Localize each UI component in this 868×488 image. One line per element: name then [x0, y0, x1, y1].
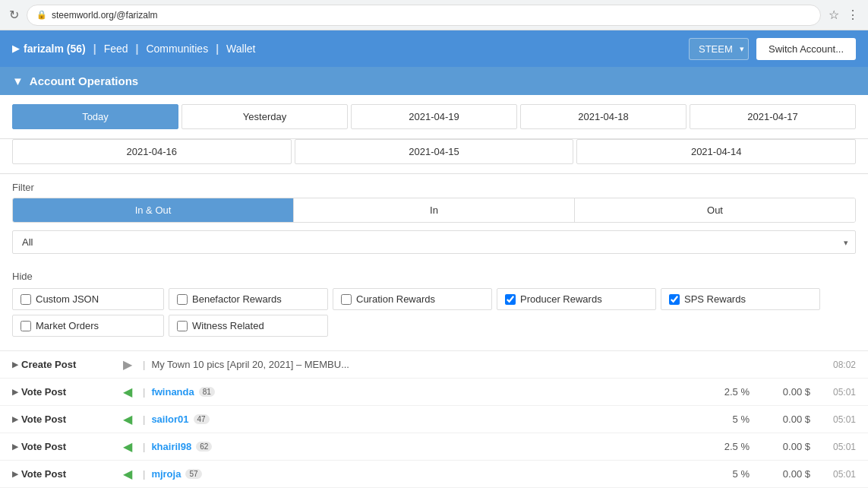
op-sep: |	[143, 441, 145, 452]
nav-right: STEEM Switch Account...	[689, 38, 856, 60]
date-btn-today[interactable]: Today	[12, 104, 178, 129]
browser-actions: ☆ ⋮	[829, 8, 859, 22]
date-btn-yesterday[interactable]: Yesterday	[181, 104, 348, 129]
op-time: 08:02	[810, 360, 856, 370]
op-sep: |	[143, 468, 145, 480]
date-btn-0415[interactable]: 2021-04-15	[295, 139, 574, 164]
date-btn-0416[interactable]: 2021-04-16	[12, 139, 292, 164]
hide-custom-json-checkbox[interactable]	[21, 294, 31, 305]
all-dropdown-wrapper: All	[12, 230, 856, 254]
op-expand-icon[interactable]: ▶	[12, 415, 18, 423]
filter-tab-inout[interactable]: In & Out	[13, 198, 294, 222]
op-expand-icon[interactable]: ▶	[12, 442, 18, 451]
section-title: Account Operations	[30, 74, 138, 87]
filter-tab-in[interactable]: In	[294, 198, 575, 222]
op-direction-icon: ▶	[118, 357, 137, 372]
section-header[interactable]: ▼ Account Operations	[0, 67, 868, 95]
op-direction-icon: ◀	[118, 412, 137, 426]
hide-benefactor-rewards[interactable]: Benefactor Rewards	[169, 288, 328, 310]
op-sep: |	[143, 359, 145, 370]
hide-market-orders-label: Market Orders	[36, 320, 99, 331]
op-user-badge: 81	[199, 387, 215, 397]
hide-witness-related-checkbox[interactable]	[177, 321, 188, 331]
refresh-icon[interactable]: ↻	[9, 8, 19, 22]
op-expand-icon[interactable]: ▶	[12, 360, 18, 369]
hide-checkboxes-row2: Market Orders Witness Related	[12, 315, 856, 337]
op-amount: 0.00 $	[750, 441, 810, 452]
hide-sps-rewards-label: SPS Rewards	[684, 293, 746, 305]
op-type-label: Vote Post	[21, 414, 66, 425]
hide-market-orders[interactable]: Market Orders	[12, 315, 164, 337]
op-user-link[interactable]: mjroja	[151, 468, 181, 480]
nav-sep-2: |	[136, 43, 139, 55]
play-icon[interactable]: ▶	[12, 43, 19, 54]
hide-sps-rewards-checkbox[interactable]	[669, 294, 680, 305]
hide-curation-rewards-checkbox[interactable]	[341, 294, 352, 305]
url-text: steemworld.org/@farizalm	[52, 10, 158, 21]
hide-market-orders-checkbox[interactable]	[21, 321, 31, 331]
op-user-badge: 62	[196, 442, 212, 452]
hide-benefactor-rewards-checkbox[interactable]	[177, 294, 188, 305]
op-amount: 0.00 $	[750, 414, 810, 425]
op-row-vote-3: ▶ Vote Post ◀ | khairil98 62 2.5 % 0.00 …	[0, 433, 868, 461]
bookmark-icon[interactable]: ☆	[829, 8, 839, 22]
date-btn-0418[interactable]: 2021-04-18	[520, 104, 687, 129]
main-content: ▼ Account Operations Today Yesterday 202…	[0, 67, 868, 488]
top-nav: ▶ farizalm (56) | Feed | Communities | W…	[0, 30, 868, 67]
nav-sep-1: |	[93, 43, 96, 55]
op-type-label: Create Post	[21, 359, 76, 370]
op-user-link[interactable]: khairil98	[151, 441, 191, 452]
op-row-create-post: ▶ Create Post ▶ | My Town 10 pics [April…	[0, 351, 868, 379]
hide-custom-json[interactable]: Custom JSON	[12, 288, 164, 310]
op-time: 05:01	[810, 414, 856, 425]
hide-witness-related-label: Witness Related	[192, 320, 264, 331]
op-user-link[interactable]: fwinanda	[151, 386, 194, 398]
op-user-badge: 57	[185, 469, 201, 479]
steem-select-wrapper: STEEM	[689, 38, 749, 60]
date-btn-0414[interactable]: 2021-04-14	[576, 139, 856, 164]
op-direction-icon: ◀	[118, 467, 137, 481]
date-btn-0417[interactable]: 2021-04-17	[690, 104, 856, 129]
op-post-title[interactable]: My Town 10 pics [April 20, 2021] – MEMBU…	[151, 359, 810, 370]
op-amount: 0.00 $	[750, 386, 810, 398]
menu-icon[interactable]: ⋮	[847, 8, 859, 22]
op-type-label: Vote Post	[21, 386, 66, 398]
op-expand-icon[interactable]: ▶	[12, 388, 18, 396]
hide-witness-related[interactable]: Witness Related	[169, 315, 328, 337]
op-type-vote-1: ▶ Vote Post	[12, 386, 118, 398]
hide-sps-rewards[interactable]: SPS Rewards	[661, 288, 820, 310]
op-type-create-post: ▶ Create Post	[12, 359, 118, 370]
date-grid-row2: 2021-04-16 2021-04-15 2021-04-14	[0, 139, 868, 174]
all-dropdown-section: All	[0, 230, 868, 266]
hide-producer-rewards[interactable]: Producer Rewards	[497, 288, 656, 310]
op-percent: 2.5 %	[689, 386, 750, 398]
date-grid-row1: Today Yesterday 2021-04-19 2021-04-18 20…	[0, 95, 868, 139]
op-time: 05:01	[810, 387, 856, 398]
op-details-vote-1: ◀ | fwinanda 81	[118, 385, 689, 399]
op-user-badge: 47	[194, 414, 210, 424]
url-bar[interactable]: 🔒 steemworld.org/@farizalm	[27, 5, 821, 26]
op-details-vote-4: ◀ | mjroja 57	[118, 467, 689, 481]
hide-label: Hide	[12, 271, 856, 282]
op-user-link[interactable]: sailor01	[151, 414, 188, 425]
nav-wallet-link[interactable]: Wallet	[226, 43, 255, 55]
hide-producer-rewards-label: Producer Rewards	[520, 293, 602, 305]
hide-section: Hide Custom JSON Benefactor Rewards Cura…	[0, 266, 868, 351]
section-arrow-icon: ▼	[12, 74, 24, 87]
hide-checkboxes-row1: Custom JSON Benefactor Rewards Curation …	[12, 288, 856, 310]
hide-producer-rewards-checkbox[interactable]	[505, 294, 516, 305]
steem-dropdown[interactable]: STEEM	[689, 38, 749, 60]
op-sep: |	[143, 414, 145, 425]
nav-communities-link[interactable]: Communities	[146, 43, 208, 55]
switch-account-button[interactable]: Switch Account...	[756, 38, 856, 60]
op-row-vote-2: ▶ Vote Post ◀ | sailor01 47 5 % 0.00 $ 0…	[0, 406, 868, 433]
browser-bar: ↻ 🔒 steemworld.org/@farizalm ☆ ⋮	[0, 0, 868, 30]
nav-feed-link[interactable]: Feed	[104, 43, 128, 55]
username-label[interactable]: farizalm (56)	[24, 43, 86, 55]
op-expand-icon[interactable]: ▶	[12, 470, 18, 478]
hide-curation-rewards[interactable]: Curation Rewards	[333, 288, 492, 310]
filter-tab-out[interactable]: Out	[575, 198, 855, 222]
hide-custom-json-label: Custom JSON	[36, 293, 99, 305]
date-btn-0419[interactable]: 2021-04-19	[351, 104, 517, 129]
all-dropdown[interactable]: All	[12, 230, 856, 254]
